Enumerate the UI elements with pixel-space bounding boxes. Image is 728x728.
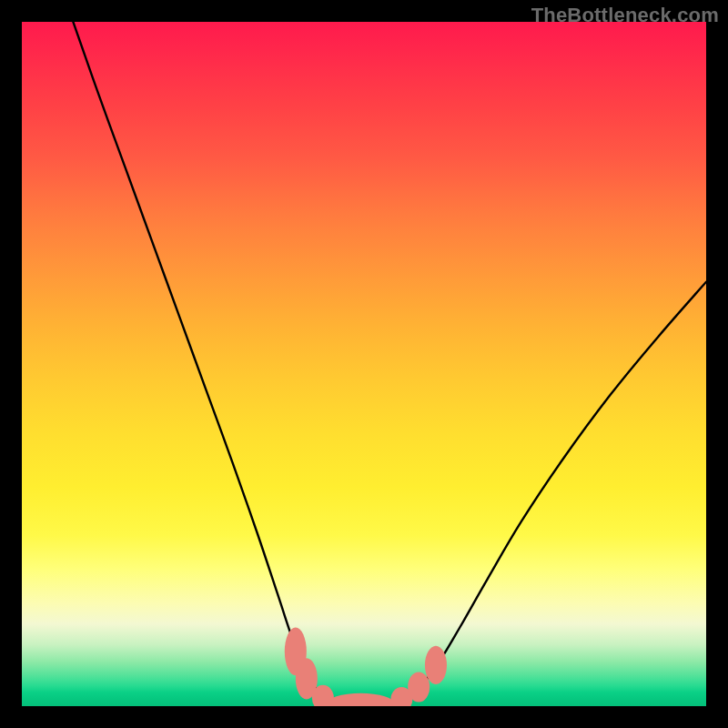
watermark-text: TheBottleneck.com xyxy=(531,4,719,27)
heat-gradient xyxy=(22,22,706,706)
plot-area xyxy=(22,22,706,706)
chart-frame: TheBottleneck.com xyxy=(0,0,728,728)
